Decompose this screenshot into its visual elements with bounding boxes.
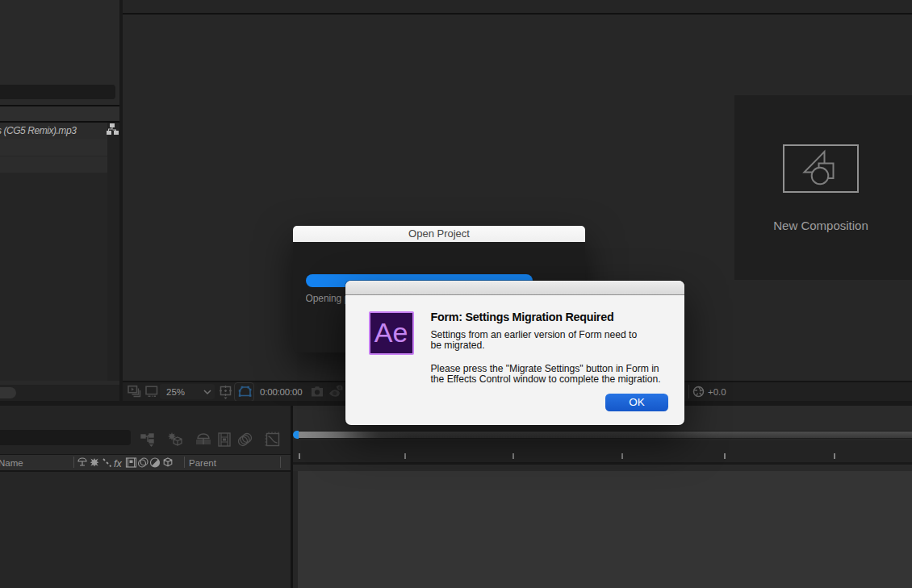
svg-text:fx: fx — [114, 458, 122, 469]
